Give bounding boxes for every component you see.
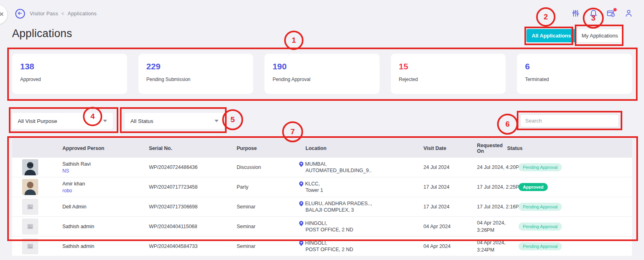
location-cell: ELURU, ANDHRA PRADES.., BALAJI COMPLEX, …: [288, 201, 411, 213]
annotation-circle-2: 2: [536, 7, 555, 27]
requested-on-cell: 17 Jul 2024, 2:16PM: [465, 203, 507, 210]
location-line1: MUMBAI,: [305, 161, 326, 167]
stat-card-pending-approval[interactable]: 190 Pending Approval: [264, 54, 380, 94]
close-icon: [0, 11, 4, 18]
breadcrumb-page: Applications: [68, 11, 97, 17]
image-placeholder-icon: [27, 204, 33, 210]
header-serial-no: Serial No.: [149, 146, 237, 151]
pass-card-icon[interactable]: [606, 8, 616, 18]
purpose-cell: Discussion: [237, 164, 288, 170]
location-cell: MUMBAI, AUTOMATED_BUILDING_9..: [288, 161, 411, 173]
visit-purpose-dropdown[interactable]: All Visit Purpose: [12, 113, 113, 129]
table-row[interactable]: Amir khan robo WP/20240717723458 Party K…: [12, 177, 632, 197]
visit-date-cell: 17 Jul 2024: [411, 184, 465, 190]
visit-date-cell: 17 Jul 2024: [411, 204, 465, 210]
stat-label: Pending Submission: [147, 77, 254, 82]
location-line1: ELURU, ANDHRA PRADES..,: [305, 201, 372, 206]
chevron-down-icon: [215, 120, 219, 122]
stats-row: 138 Approved 229 Pending Submission 190 …: [12, 54, 632, 94]
map-pin-icon: [299, 201, 303, 206]
applications-page: Visitor Pass < Applications: [0, 0, 644, 260]
location-cell: HINGOLI, POST OFFICE, 2 ND: [288, 240, 411, 252]
location-line2: POST OFFICE, 2 ND: [299, 247, 411, 252]
filter-sliders-icon[interactable]: [571, 8, 580, 18]
header-purpose: Purpose: [237, 146, 288, 151]
stat-card-pending-submission[interactable]: 229 Pending Submission: [138, 54, 254, 94]
annotation-circle-5: 5: [222, 109, 243, 130]
stat-card-terminated[interactable]: 6 Terminated: [517, 54, 632, 94]
serial-cell: WP/20240717723458: [149, 184, 237, 190]
person-link[interactable]: NS: [62, 168, 149, 174]
tab-all-applications[interactable]: All Applications: [526, 29, 576, 42]
stat-value: 190: [272, 62, 380, 71]
person-name: Sathish Ravi: [62, 161, 149, 167]
stat-value: 15: [399, 62, 506, 71]
serial-cell: WP/20240404115068: [149, 224, 237, 229]
person-cell: Sathish admin: [62, 243, 149, 249]
requested-on-cell: 04 Apr 2024, 3:24PM: [465, 239, 507, 254]
image-placeholder-icon: [27, 223, 33, 230]
status-cell: Approved: [507, 183, 632, 191]
stat-label: Approved: [20, 77, 127, 82]
status-badge: Pending Approval: [518, 203, 562, 211]
close-panel-button[interactable]: [0, 5, 7, 24]
bell-icon[interactable]: [588, 8, 598, 18]
status-cell: Pending Approval: [507, 163, 632, 171]
table-row[interactable]: Sathish admin WP/20240404584733 Seminar …: [12, 237, 632, 256]
location-line1: KLCC,: [305, 181, 320, 187]
table-row[interactable]: Sathish admin WP/20240404115068 Seminar …: [12, 217, 632, 237]
requested-on-line1: 04 Apr 2024,: [477, 219, 507, 227]
location-cell: KLCC, Tower 1: [288, 181, 411, 193]
annotation-circle-1: 1: [284, 31, 303, 50]
requested-on-line1: 04 Apr 2024,: [477, 239, 507, 246]
table-header-row: Approved Person Serial No. Purpose Locat…: [12, 139, 632, 158]
serial-cell: WP/20240724486436: [149, 164, 237, 170]
requested-on-cell: 17 Jul 2024, 2:25PM: [465, 183, 507, 191]
topbar-icons: [571, 8, 634, 18]
annotation-circle-6: 6: [497, 114, 518, 135]
header-location: Location: [288, 146, 411, 151]
header-visit-date: Visit Date: [411, 146, 465, 151]
purpose-cell: Seminar: [237, 224, 288, 229]
stat-card-approved[interactable]: 138 Approved: [12, 54, 127, 94]
person-name: Sathish admin: [62, 224, 149, 229]
tab-my-applications[interactable]: My Applications: [576, 29, 623, 43]
purpose-cell: Seminar: [237, 204, 288, 210]
status-dropdown[interactable]: All Status: [125, 113, 224, 129]
map-pin-icon: [299, 181, 303, 187]
requested-on-line2: 3:26PM: [477, 227, 507, 234]
notification-dot: [613, 8, 617, 11]
back-button[interactable]: [15, 9, 25, 19]
breadcrumb-separator: <: [62, 11, 64, 17]
stat-value: 229: [147, 62, 254, 71]
stat-card-rejected[interactable]: 15 Rejected: [391, 54, 506, 94]
applications-table: Approved Person Serial No. Purpose Locat…: [12, 139, 632, 256]
person-name: Amir khan: [62, 181, 149, 187]
serial-cell: WP/20240404584733: [149, 243, 237, 249]
table-row[interactable]: Dell Admin WP/20240717306698 Seminar ELU…: [12, 197, 632, 217]
search-input[interactable]: [520, 114, 619, 127]
status-badge: Pending Approval: [518, 223, 562, 231]
user-profile-icon[interactable]: [624, 8, 634, 18]
avatar: [12, 199, 62, 215]
status-cell: Pending Approval: [507, 223, 632, 231]
person-cell: Dell Admin: [62, 204, 149, 210]
person-name: Sathish admin: [62, 243, 149, 249]
breadcrumb-app[interactable]: Visitor Pass: [30, 11, 58, 17]
location-line1: HINGOLI,: [305, 240, 327, 246]
status-badge: Pending Approval: [518, 242, 562, 250]
breadcrumb: Visitor Pass < Applications: [30, 11, 97, 17]
purpose-cell: Seminar: [237, 243, 288, 249]
status-cell: Pending Approval: [507, 203, 632, 211]
visit-date-cell: 24 Jul 2024: [411, 164, 465, 170]
stat-label: Pending Approval: [272, 77, 380, 82]
table-row[interactable]: Sathish Ravi NS WP/20240724486436 Discus…: [12, 158, 632, 177]
location-line2: POST OFFICE, 2 ND: [299, 227, 411, 233]
map-pin-icon: [299, 162, 303, 167]
person-link[interactable]: robo: [62, 188, 149, 193]
stat-label: Terminated: [525, 77, 632, 82]
image-placeholder-icon: [27, 243, 33, 250]
serial-cell: WP/20240717306698: [149, 204, 237, 210]
person-cell: Sathish admin: [62, 224, 149, 229]
person-cell: Sathish Ravi NS: [62, 161, 149, 174]
